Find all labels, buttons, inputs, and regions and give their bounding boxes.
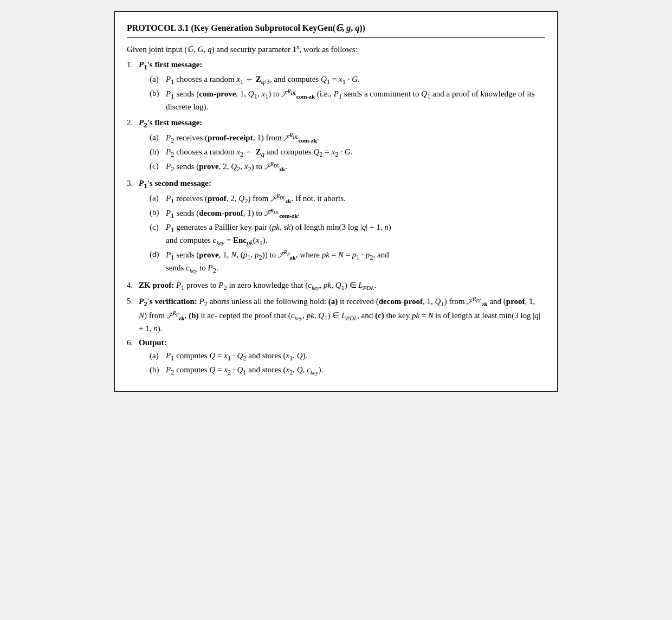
sub-label-6a: (a) <box>150 350 164 362</box>
sub-content-3d: P1 sends (prove, 1, N, (p1, p2)) to 𝓕RPz… <box>166 249 545 275</box>
sub-label-2b: (b) <box>150 146 164 158</box>
sub-content-1b: P1 sends (com-prove, 1, Q1, x1) to 𝓕RDLc… <box>166 88 545 113</box>
sub-label-1b: (b) <box>150 88 164 100</box>
protocol-title: PROTOCOL 3.1 (Key Generation Subprotocol… <box>127 22 545 38</box>
section-3-header: P1's second message: <box>139 179 211 188</box>
sub-content-6b: P2 computes Q = x2 · Q1 and stores (x2, … <box>166 364 545 377</box>
section-2-item-c: (c) P2 sends (prove, 2, Q2, x2) to 𝓕RDLz… <box>150 160 545 174</box>
section-3-item-a: (a) P1 receives (proof, 2, Q2) from 𝓕RDL… <box>150 192 545 206</box>
section-1-content: P1's first message: (a) P1 chooses a ran… <box>139 59 545 114</box>
sub-content-1a: P1 chooses a random x1 ← Zq/3, and compu… <box>166 74 545 87</box>
section-2-item-b: (b) P2 chooses a random x2 ← Zq and comp… <box>150 146 545 159</box>
sub-content-2c: P2 sends (prove, 2, Q2, x2) to 𝓕RDLzk. <box>166 160 545 174</box>
section-6-sublist: (a) P1 computes Q = x1 · Q2 and stores (… <box>150 350 545 377</box>
section-4-num: 4. <box>127 280 137 292</box>
sub-label-6b: (b) <box>150 364 164 376</box>
section-1-item-a: (a) P1 chooses a random x1 ← Zq/3, and c… <box>150 74 545 87</box>
protocol-intro: Given joint input (𝔾, G, q) and security… <box>127 43 545 56</box>
protocol-box: PROTOCOL 3.1 (Key Generation Subprotocol… <box>114 11 558 392</box>
sub-label-1a: (a) <box>150 74 164 86</box>
section-6-header: Output: <box>139 338 167 347</box>
section-6-num: 6. <box>127 337 137 349</box>
section-1: 1. P1's first message: (a) P1 chooses a … <box>127 59 545 114</box>
section-3-item-d: (d) P1 sends (prove, 1, N, (p1, p2)) to … <box>150 249 545 275</box>
sub-label-3a: (a) <box>150 192 164 204</box>
section-2-num: 2. <box>127 117 137 129</box>
section-3: 3. P1's second message: (a) P1 receives … <box>127 178 545 277</box>
sub-content-2b: P2 chooses a random x2 ← Zq and computes… <box>166 146 545 159</box>
section-1-item-b: (b) P1 sends (com-prove, 1, Q1, x1) to 𝓕… <box>150 88 545 113</box>
sub-label-3b: (b) <box>150 207 164 219</box>
section-2-content: P2's first message: (a) P2 receives (pro… <box>139 117 545 175</box>
section-2-sublist: (a) P2 receives (proof-receipt, 1) from … <box>150 132 545 174</box>
section-4-content: ZK proof: P1 proves to P2 in zero knowle… <box>139 280 545 293</box>
sub-content-3c: P1 generates a Paillier key-pair (pk, sk… <box>166 222 545 248</box>
section-1-header: P1's first message: <box>139 60 202 69</box>
section-5: 5. P2's verification: P2 aborts unless a… <box>127 295 545 335</box>
sub-label-3c: (c) <box>150 222 164 234</box>
sub-label-3d: (d) <box>150 249 164 261</box>
section-1-num: 1. <box>127 59 137 71</box>
sub-content-2a: P2 receives (proof-receipt, 1) from 𝓕RDL… <box>166 132 545 145</box>
section-3-item-c: (c) P1 generates a Paillier key-pair (pk… <box>150 222 545 248</box>
section-2-header: P2's first message: <box>139 118 202 127</box>
section-3-num: 3. <box>127 178 137 190</box>
sub-label-2c: (c) <box>150 160 164 172</box>
section-6: 6. Output: (a) P1 computes Q = x1 · Q2 a… <box>127 337 545 378</box>
section-4: 4. ZK proof: P1 proves to P2 in zero kno… <box>127 280 545 293</box>
section-6-content: Output: (a) P1 computes Q = x1 · Q2 and … <box>139 337 545 378</box>
section-3-item-b: (b) P1 sends (decom-proof, 1) to 𝓕RDLcom… <box>150 207 545 221</box>
section-1-sublist: (a) P1 chooses a random x1 ← Zq/3, and c… <box>150 74 545 113</box>
sub-content-3a: P1 receives (proof, 2, Q2) from 𝓕RDLzk. … <box>166 192 545 206</box>
section-6-item-b: (b) P2 computes Q = x2 · Q1 and stores (… <box>150 364 545 377</box>
section-2: 2. P2's first message: (a) P2 receives (… <box>127 117 545 175</box>
sub-content-6a: P1 computes Q = x1 · Q2 and stores (x1, … <box>166 350 545 363</box>
section-3-content: P1's second message: (a) P1 receives (pr… <box>139 178 545 277</box>
section-4-header: ZK proof: <box>139 281 174 289</box>
section-5-content: P2's verification: P2 aborts unless all … <box>139 295 545 335</box>
main-list: 1. P1's first message: (a) P1 chooses a … <box>127 59 545 379</box>
section-3-sublist: (a) P1 receives (proof, 2, Q2) from 𝓕RDL… <box>150 192 545 276</box>
section-5-num: 5. <box>127 295 137 307</box>
section-6-item-a: (a) P1 computes Q = x1 · Q2 and stores (… <box>150 350 545 363</box>
sub-label-2a: (a) <box>150 132 164 144</box>
sub-content-3b: P1 sends (decom-proof, 1) to 𝓕RDLcom-zk. <box>166 207 545 221</box>
section-2-item-a: (a) P2 receives (proof-receipt, 1) from … <box>150 132 545 145</box>
